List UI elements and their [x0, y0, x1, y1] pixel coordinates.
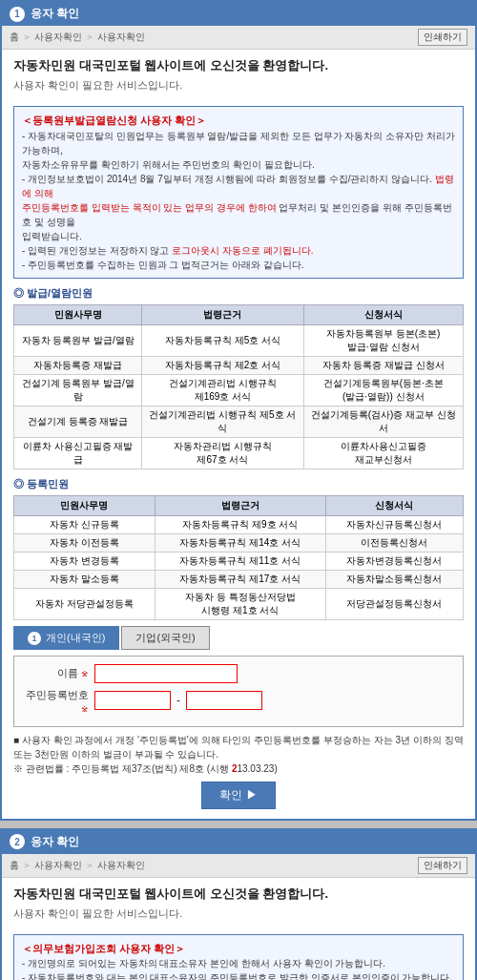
- table2-title: ◎ 등록민원: [13, 477, 464, 491]
- tab-foreign-label: 기업(외국인): [135, 632, 195, 643]
- section2-wrapper: 2 응자 확인 홈 ＞ 사용자확인 ＞ 사용자확인 인쇄하기 자동차민원 대국민…: [0, 828, 477, 981]
- confirm-button-1[interactable]: 확인 ▶: [201, 782, 275, 809]
- section2-header: 2 응자 확인: [2, 830, 475, 854]
- table1-title: ◎ 발급/열람민원: [13, 286, 464, 301]
- id-input-back[interactable]: [186, 691, 262, 710]
- t1r3c3: 건설기계등록원부(등본·초본(발급·열람)) 신청서: [303, 374, 464, 406]
- notice2-line1: - 개인명의로 되어있는 자동차의 대표소유자 본인에 한해서 사용자 확인이 …: [22, 956, 455, 970]
- section1-header: 1 응자 확인: [2, 2, 475, 26]
- sub-text-1: 사용자 확인이 필요한 서비스입니다.: [2, 78, 475, 100]
- tab-foreign[interactable]: 기업(외국인): [121, 626, 209, 650]
- tab-domestic[interactable]: 1 개인(내국인): [13, 626, 119, 650]
- dash-separator: -: [176, 694, 180, 707]
- notice-line-3: - 개인정보보호법이 2014년 8월 7일부터 개정 시행됨에 따라 회원정보…: [22, 172, 455, 200]
- table2: 민원사무명 법령근거 신청서식 자동차 신규등록 자동차등록규칙 제9호 서식 …: [13, 495, 464, 620]
- t2r2c3: 이전등록신청서: [325, 533, 463, 552]
- notice2-line2: - 자동차등록번호와 대는 본인 대표소유자의 주민등록번호로 발급한 인증서로…: [22, 970, 455, 980]
- t2r2c1: 자동차 이전등록: [14, 533, 156, 552]
- table-row: 이륜차 사용신고필증 재발급 자동차관리법 시행규칙제67호 서식 이륜차사용신…: [14, 437, 464, 469]
- print-button-2[interactable]: 인쇄하기: [418, 857, 467, 874]
- t2r3c2: 자동차등록규칙 제11호 서식: [155, 552, 325, 570]
- t1r4c3: 건설기계등록(검사)증 재교부 신청서: [303, 406, 464, 437]
- notice-line-1: - 자동차대국민포탈의 민원업무는 등록원부 열람/발급을 제외한 모든 업무가…: [22, 129, 455, 157]
- notice-box-1: ＜등록원부발급열람신청 사용자 확인＞ - 자동차대국민포탈의 민원업무는 등록…: [13, 106, 464, 279]
- notice-line-7: - 주민등록번호를 수집하는 민원과 그 법적근거는 아래와 같습니다.: [22, 258, 455, 272]
- notice-line-6: - 입력된 개인정보는 저장하지 않고 로그아웃시 자동으로 폐기됩니다.: [22, 243, 455, 258]
- t1r2c3: 자동차 등록증 재발급 신청서: [303, 356, 464, 374]
- t1r4c2: 건설기계관리법 시행규칙 제5호 서식: [142, 406, 303, 437]
- tab-number-1: 1: [28, 632, 41, 645]
- t1r1c2: 자동차등록규칙 제5호 서식: [142, 324, 303, 356]
- breadcrumb-nav-2: 홈 ＞ 사용자확인 ＞ 사용자확인: [10, 859, 145, 872]
- notice-red-1: 법령에 의해: [22, 174, 454, 198]
- breadcrumb-home[interactable]: 홈: [10, 31, 19, 44]
- print-button-1[interactable]: 인쇄하기: [418, 29, 467, 46]
- section2-title: 응자 확인: [31, 834, 79, 850]
- t1r5c3: 이륜차사용신고필증재교부신청서: [303, 437, 464, 469]
- bottom-notice-text: ■ 사용자 확인 과정에서 개정 '주민등록법'에 의해 타인의 주민등록번호를…: [13, 733, 464, 761]
- notice-line-2: 자동차소유유무를 확인하기 위해서는 주민번호의 확인이 필요합니다.: [22, 157, 455, 172]
- t1r5c1: 이륜차 사용신고필증 재발급: [14, 437, 142, 469]
- breadcrumb-nav: 홈 ＞ 사용자확인 ＞ 사용자확인: [10, 31, 145, 44]
- table-row: 자동차 등록원부 발급/열람 자동차등록규칙 제5호 서식 자동차등록원부 등본…: [14, 324, 464, 356]
- notice-box-2: ＜의무보험가입조회 사용자 확인＞ - 개인명의로 되어있는 자동차의 대표소유…: [13, 934, 464, 981]
- table-row: 건설기계 등록증 재발급 건설기계관리법 시행규칙 제5호 서식 건설기계등록(…: [14, 406, 464, 437]
- table2-col2: 법령근거: [155, 495, 325, 515]
- t2r1c1: 자동차 신규등록: [14, 515, 156, 533]
- name-label: 이름 ※: [22, 666, 89, 680]
- breadcrumb2-user[interactable]: 사용자확인: [34, 859, 82, 872]
- id-required: ※: [81, 704, 89, 714]
- t1r3c1: 건설기계 등록원부 발급/열람: [14, 374, 142, 406]
- t2r5c1: 자동차 저당관설정등록: [14, 588, 156, 619]
- t1r3c2: 건설기계관리법 시행규칙제169호 서식: [142, 374, 303, 406]
- section2-breadcrumb-bar: 홈 ＞ 사용자확인 ＞ 사용자확인 인쇄하기: [2, 854, 475, 878]
- t2r3c3: 자동차변경등록신청서: [325, 552, 463, 570]
- name-required: ※: [81, 669, 89, 678]
- t1r2c2: 자동차등록규칙 제2호 서식: [142, 356, 303, 374]
- t2r1c2: 자동차등록규칙 제9호 서식: [155, 515, 325, 533]
- notice-red-2: 주민등록번호를 입력받는 목적이 있는 업무의 경우에 한하여: [22, 202, 277, 213]
- breadcrumb-sep1: ＞: [22, 31, 31, 44]
- notice2-title: ＜의무보험가입조회 사용자 확인＞: [22, 941, 455, 957]
- table1-col3: 신청서식: [303, 304, 464, 324]
- breadcrumb2-sep2: ＞: [85, 859, 94, 872]
- name-input[interactable]: [94, 664, 238, 683]
- breadcrumb2-sep1: ＞: [22, 859, 31, 872]
- id-input-front[interactable]: [94, 691, 171, 710]
- section1-wrapper: 1 응자 확인 홈 ＞ 사용자확인 ＞ 사용자확인 인쇄하기 자동차민원 대국민…: [0, 0, 477, 821]
- id-row: 주민등록번호 ※ -: [22, 688, 455, 714]
- breadcrumb-user[interactable]: 사용자확인: [34, 31, 82, 44]
- t1r4c1: 건설기계 등록증 재발급: [14, 406, 142, 437]
- t2r1c3: 자동차신규등록신청서: [325, 515, 463, 533]
- section1-breadcrumb-bar: 홈 ＞ 사용자확인 ＞ 사용자확인 인쇄하기: [2, 26, 475, 50]
- law-notice: ※ 관련법률 : 주민등록법 제37조(법칙) 제8호 (시행 213.03.2…: [13, 761, 464, 776]
- table1: 민원사무명 법령근거 신청서식 자동차 등록원부 발급/열람 자동차등록규칙 제…: [13, 304, 464, 469]
- table-row: 자동차 변경등록 자동차등록규칙 제11호 서식 자동차변경등록신청서: [14, 552, 464, 570]
- notice-line-4: 주민등록번호를 입력받는 목적이 있는 업무의 경우에 한하여 업무처리 및 본…: [22, 200, 455, 229]
- notice-red-3: 로그아웃시 자동으로 폐기됩니다.: [172, 245, 313, 256]
- welcome-text-2: 자동차민원 대국민포털 웹사이트에 오신것을 환영합니다.: [2, 878, 475, 907]
- table2-col1: 민원사무명: [14, 495, 156, 515]
- t2r4c2: 자동차등록규칙 제17호 서식: [155, 570, 325, 588]
- t2r4c3: 자동차말소등록신청서: [325, 570, 463, 588]
- confirm-btn-wrap-1: 확인 ▶: [13, 782, 464, 809]
- t2r5c3: 저당관설정등록신청서: [325, 588, 463, 619]
- sub-text-2: 사용자 확인이 필요한 서비스입니다.: [2, 907, 475, 928]
- breadcrumb2-home[interactable]: 홈: [10, 859, 19, 872]
- name-row: 이름 ※: [22, 664, 455, 683]
- table-row: 자동차 신규등록 자동차등록규칙 제9호 서식 자동차신규등록신청서: [14, 515, 464, 533]
- t1r1c1: 자동차 등록원부 발급/열람: [14, 324, 142, 356]
- breadcrumb-current: 사용자확인: [97, 31, 145, 44]
- table-row: 자동차 저당관설정등록 자동차 등 특정동산저당법시행령 제1호 서식 저당관설…: [14, 588, 464, 619]
- notice-line-5: 입력받습니다.: [22, 229, 455, 243]
- section2-number: 2: [10, 834, 25, 849]
- table1-col2: 법령근거: [142, 304, 303, 324]
- table-row: 건설기계 등록원부 발급/열람 건설기계관리법 시행규칙제169호 서식 건설기…: [14, 374, 464, 406]
- t1r1c3: 자동차등록원부 등본(초본)발급·열람 신청서: [303, 324, 464, 356]
- t1r2c1: 자동차등록증 재발급: [14, 356, 142, 374]
- section1-number: 1: [10, 7, 25, 22]
- t2r5c2: 자동차 등 특정동산저당법시행령 제1호 서식: [155, 588, 325, 619]
- table2-col3: 신청서식: [325, 495, 463, 515]
- t2r2c2: 자동차등록규칙 제14호 서식: [155, 533, 325, 552]
- t2r4c1: 자동차 말소등록: [14, 570, 156, 588]
